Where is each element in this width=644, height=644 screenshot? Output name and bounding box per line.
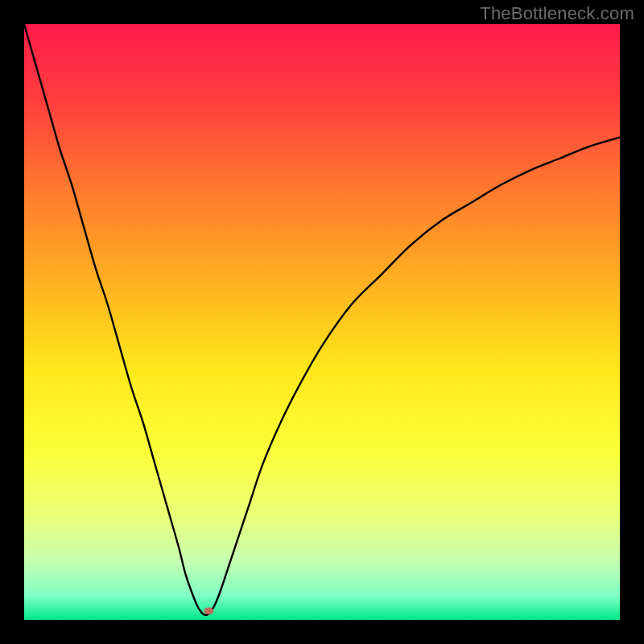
chart-frame: TheBottleneck.com: [0, 0, 644, 644]
minimum-marker: [204, 607, 213, 614]
plot-area: [24, 24, 620, 620]
watermark-text: TheBottleneck.com: [480, 3, 634, 24]
chart-svg: [24, 24, 620, 620]
